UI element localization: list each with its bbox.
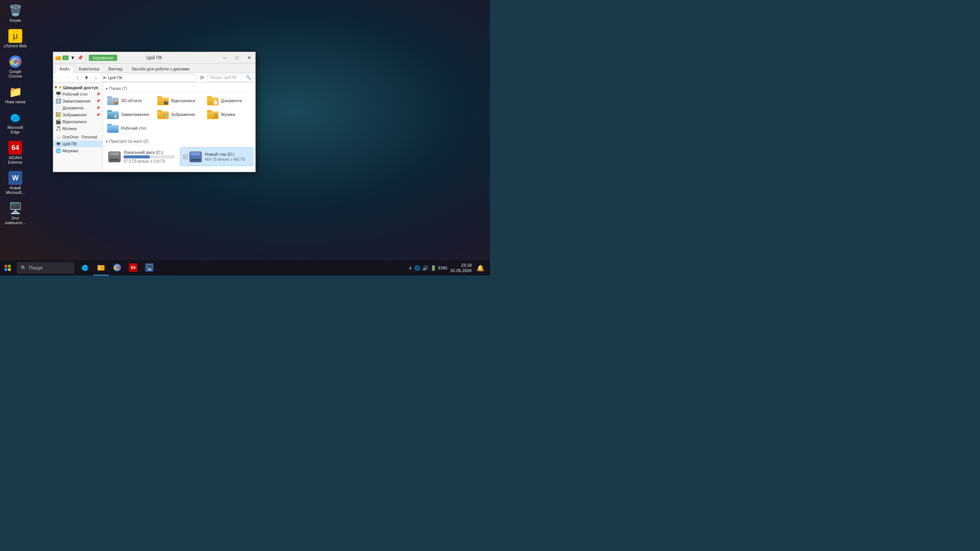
search-icon-taskbar: 🔍 (21, 265, 26, 271)
lang-indicator[interactable]: ENG (438, 266, 448, 270)
pin-icon-desktop: 📌 (96, 92, 100, 96)
address-text: Цей ПК (108, 75, 122, 80)
maximize-button[interactable]: □ (231, 52, 243, 64)
folders-toggle[interactable]: ▾ (106, 86, 108, 91)
folder-desktop[interactable]: Робочий стіл (105, 122, 154, 134)
aida64-icon: 64 (8, 141, 22, 155)
sidebar-item-desktop[interactable]: 🖥️ Робочий стіл 📌 (53, 91, 103, 98)
tab-computer[interactable]: Комп'ютер (75, 65, 103, 72)
explorer-window: ✓ ▼ 📌 Керування Цей ПК ─ □ ✕ Файл Комп'ю… (53, 52, 256, 172)
folders-grid: 📦 3D-об'єкти 🎬 Відеозаписи (105, 95, 253, 134)
taskbar-chrome[interactable] (109, 260, 125, 276)
home-icon[interactable]: ⌂ (92, 74, 100, 82)
folder-desktop-label: Робочий стіл (121, 126, 146, 130)
taskbar-app5[interactable]: 🖥️ (142, 260, 157, 276)
tab-tools[interactable]: Засоби для роботи з дисками (127, 65, 194, 72)
music-sidebar-icon: 🎵 (56, 126, 61, 131)
sidebar-item-images[interactable]: 🖼️ Зображення 📌 (53, 111, 103, 118)
word-label: Новий Microsoft... (3, 186, 27, 195)
content-area: ▾ Папки (7) 📦 3D-об'єкти (103, 83, 255, 172)
sidebar-item-network[interactable]: 🌐 Мережа (53, 147, 103, 154)
battery-icon[interactable]: 🔋 (430, 265, 436, 271)
network-icon: 🌐 (56, 148, 61, 153)
folder-videos[interactable]: 🎬 Відеозаписи (155, 95, 204, 107)
quick-access-header[interactable]: ▾ ★ Швидкий доступ (53, 84, 103, 91)
address-bar: ← → ↑ ▼ ⌂ ▶ Цей ПК ⟳ Пошук: Цей ПК 🔍 (53, 73, 255, 83)
svg-rect-6 (5, 265, 7, 267)
sidebar-item-videos[interactable]: 🎬 Відеозаписи (53, 118, 103, 125)
search-placeholder: Пошук: Цей ПК (210, 75, 237, 80)
svg-rect-13 (98, 267, 101, 270)
taskbar-explorer[interactable] (93, 260, 109, 276)
notification-button[interactable]: 🔔 (475, 262, 486, 274)
chrome-icon (8, 55, 22, 68)
desktop-icon-aida64[interactable]: 64 AIDA64 Extreme (2, 139, 29, 166)
drive-d-checkbox: ✓ (183, 155, 188, 159)
folder-documents[interactable]: 📄 Документи (205, 95, 253, 107)
svg-rect-5 (56, 56, 58, 57)
start-button[interactable] (0, 260, 15, 276)
images-sidebar-icon: 🖼️ (56, 112, 61, 117)
nova-papka-icon: 📁 (8, 85, 22, 99)
videos-sidebar-icon: 🎬 (56, 119, 61, 124)
desktop-icon-word[interactable]: W Новий Microsoft... (2, 170, 29, 197)
search-box[interactable]: Пошук: Цей ПК 🔍 (207, 74, 253, 82)
close-button[interactable]: ✕ (243, 52, 255, 64)
desktop-icon-nova-papka[interactable]: 📁 Нова папка (2, 83, 29, 106)
folder-music[interactable]: 🎵 Музика (205, 108, 253, 121)
taskbar-time[interactable]: 23:18 01.05.2024 (451, 262, 472, 274)
taskbar-aida64[interactable]: 64 (126, 260, 141, 276)
folder-downloads[interactable]: ⬇️ Завантаження (105, 108, 154, 121)
documents-sidebar-icon: 📄 (56, 105, 61, 111)
down-arrow-icon[interactable]: ▼ (70, 55, 76, 61)
refresh-button[interactable]: ⟳ (198, 74, 206, 82)
desktop-icon-recycle-bin[interactable]: 🗑️ Кошик (2, 2, 29, 24)
recent-button[interactable]: ▼ (83, 74, 90, 82)
drive-d[interactable]: ✓ Новый том (D:) 464 ГБ вільно з 465 ГБ (180, 147, 253, 166)
folder-music-label: Музика (221, 112, 235, 117)
tray-arrow-icon[interactable]: ∧ (408, 265, 412, 271)
tab-view[interactable]: Вигляд (104, 65, 126, 72)
taskbar-apps: 64 🖥️ (77, 260, 157, 276)
folder-images[interactable]: 🖼️ Зображення (155, 108, 204, 121)
search-icon: 🔍 (246, 75, 251, 80)
sidebar-item-documents[interactable]: 📄 Документи 📌 (53, 104, 103, 111)
manage-tab[interactable]: Керування (89, 55, 117, 61)
folder-3d[interactable]: 📦 3D-об'єкти (105, 95, 154, 107)
recycle-bin-label: Кошик (10, 18, 21, 23)
desktop-icon-utorrent[interactable]: μ uTorrent Web (2, 28, 29, 50)
network-tray-icon[interactable]: 🌐 (414, 265, 420, 271)
forward-button[interactable]: → (64, 74, 72, 82)
pin-icon-images: 📌 (96, 113, 100, 117)
pin-icon: 📌 (77, 55, 83, 61)
address-path[interactable]: ▶ Цей ПК (101, 74, 197, 82)
this-computer-icon: 🖥️ (8, 201, 22, 215)
utorrent-icon: μ (8, 29, 22, 43)
desktop-icon-edge[interactable]: Microsoft Edge (2, 109, 29, 136)
up-button[interactable]: ↑ (74, 74, 81, 82)
desktop: 🗑️ Кошик μ uTorrent Web Google Chrome 📁 (0, 0, 490, 276)
back-button[interactable]: ← (55, 74, 63, 82)
folder-images-label: Зображення (171, 112, 195, 117)
minimize-button[interactable]: ─ (219, 52, 231, 64)
folders-section-header: ▾ Папки (7) (105, 85, 253, 93)
drive-c[interactable]: Локальний диск (C:) 57,5 ГБ вільно з 118… (105, 147, 178, 166)
tab-file[interactable]: Файл (55, 65, 74, 73)
drive-c-progress (124, 155, 175, 158)
drive-c-bar (124, 155, 150, 158)
sidebar-item-onedrive[interactable]: ☁️ OneDrive - Personal (53, 134, 103, 140)
desktop-icon-chrome[interactable]: Google Chrome (2, 53, 29, 80)
volume-icon[interactable]: 🔊 (422, 265, 428, 271)
sidebar-item-music[interactable]: 🎵 Музика (53, 125, 103, 132)
folder-videos-label: Відеозаписи (171, 98, 195, 103)
taskbar-search[interactable]: 🔍 Пошук (17, 262, 74, 274)
taskbar-edge[interactable] (77, 260, 93, 276)
sidebar-item-downloads[interactable]: ⬇️ Завантаження 📌 (53, 98, 103, 104)
aida64-label: AIDA64 Extreme (3, 156, 27, 165)
desktop-icon-this-computer[interactable]: 🖥️ Этот компьюте... (2, 200, 29, 227)
sidebar-item-this-pc[interactable]: 💻 Цей ПК (53, 140, 103, 147)
drives-toggle[interactable]: ▾ (106, 139, 108, 143)
edge-icon (8, 111, 22, 124)
svg-rect-7 (8, 265, 11, 267)
folder-documents-label: Документи (221, 98, 242, 103)
